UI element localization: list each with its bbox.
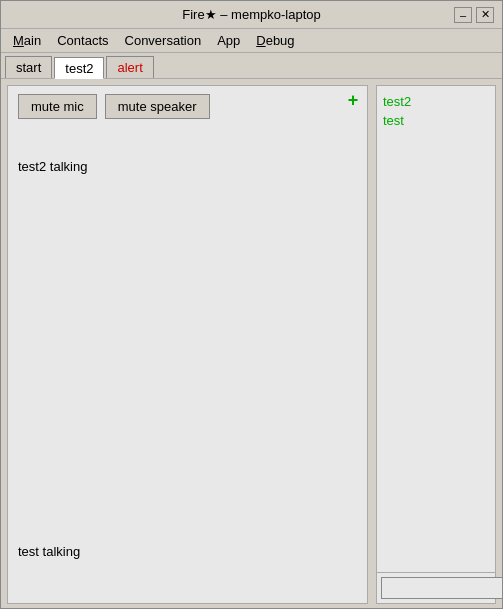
window-title: Fire★ – mempko-laptop: [49, 7, 454, 22]
add-top-button[interactable]: +: [343, 90, 363, 110]
tab-test2[interactable]: test2: [54, 57, 104, 79]
menu-app[interactable]: App: [209, 31, 248, 50]
menu-contacts[interactable]: Contacts: [49, 31, 116, 50]
tab-start[interactable]: start: [5, 56, 52, 78]
contact-item-test2[interactable]: test2: [383, 92, 489, 111]
menu-conversation[interactable]: Conversation: [117, 31, 210, 50]
tab-bar: start test2 alert: [1, 53, 502, 79]
menu-bar: Main Contacts Conversation App Debug: [1, 29, 502, 53]
contacts-list: test2 test: [377, 86, 495, 572]
title-bar: Fire★ – mempko-laptop – ✕: [1, 1, 502, 29]
message-test2-talking: test2 talking: [18, 159, 87, 174]
message-test-talking: test talking: [18, 544, 80, 559]
contact-input[interactable]: [381, 577, 503, 599]
chat-area: test2 talking test talking: [8, 119, 367, 603]
contact-item-test[interactable]: test: [383, 111, 489, 130]
content-area: + mute mic mute speaker test2 talking te…: [1, 79, 502, 609]
mute-speaker-button[interactable]: mute speaker: [105, 94, 210, 119]
right-bottom-bar: ▾ +: [377, 572, 495, 603]
left-panel: + mute mic mute speaker test2 talking te…: [7, 85, 368, 604]
menu-main[interactable]: Main: [5, 31, 49, 50]
window-controls: – ✕: [454, 7, 494, 23]
mute-mic-button[interactable]: mute mic: [18, 94, 97, 119]
right-panel: test2 test ▾ +: [376, 85, 496, 604]
minimize-button[interactable]: –: [454, 7, 472, 23]
menu-debug[interactable]: Debug: [248, 31, 302, 50]
action-buttons: mute mic mute speaker: [8, 86, 367, 119]
close-button[interactable]: ✕: [476, 7, 494, 23]
tab-alert[interactable]: alert: [106, 56, 153, 78]
